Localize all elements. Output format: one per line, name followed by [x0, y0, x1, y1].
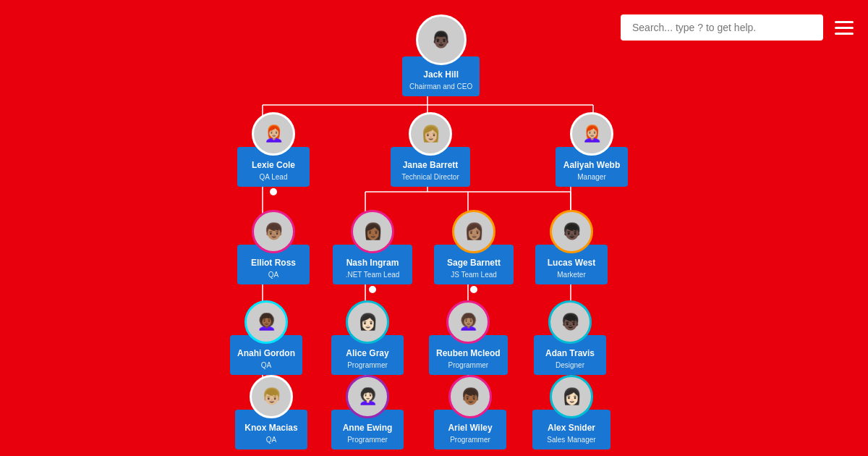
- org-chart: 👨🏿 Jack Hill Chairman and CEO 👩🏼‍🦰 Lexie…: [0, 0, 868, 456]
- avatar-ariel: 👦🏾: [448, 375, 492, 418]
- node-lucas[interactable]: 👦🏿 Lucas West Marketer: [535, 210, 608, 284]
- dot-sage: [470, 286, 477, 293]
- node-elliot[interactable]: 👦🏽 Elliot Ross QA: [237, 210, 310, 284]
- header: [621, 14, 854, 41]
- node-nash[interactable]: 👩🏾 Nash Ingram .NET Team Lead: [333, 210, 412, 293]
- avatar-aaliyah: 👩🏼‍🦰: [570, 112, 613, 156]
- avatar-knox: 👦🏼: [250, 375, 293, 418]
- avatar-nash: 👩🏾: [351, 210, 394, 253]
- node-alice[interactable]: 👩🏻 Alice Gray Programmer: [331, 300, 404, 375]
- dot-lexie: [270, 188, 277, 195]
- node-reuben[interactable]: 👩🏽‍🦱 Reuben Mcleod Programmer: [429, 300, 508, 375]
- avatar-sage: 👩🏽: [452, 210, 495, 253]
- node-anahi[interactable]: 👩🏾‍🦱 Anahi Gordon QA: [230, 300, 302, 375]
- node-knox[interactable]: 👦🏼 Knox Macias QA: [235, 375, 307, 449]
- avatar-adan: 👦🏿: [548, 300, 592, 344]
- node-sage[interactable]: 👩🏽 Sage Barnett JS Team Lead: [434, 210, 514, 293]
- avatar-anne: 👩🏻‍🦱: [346, 375, 389, 418]
- avatar-alex: 👩🏻: [550, 375, 593, 418]
- node-adan[interactable]: 👦🏿 Adan Travis Designer: [534, 300, 606, 375]
- node-aaliyah[interactable]: 👩🏼‍🦰 Aaliyah Webb Manager: [556, 112, 628, 187]
- avatar-alice: 👩🏻: [346, 300, 389, 344]
- avatar-lucas: 👦🏿: [550, 210, 593, 253]
- node-ceo[interactable]: 👨🏿 Jack Hill Chairman and CEO: [402, 14, 480, 96]
- menu-icon[interactable]: [835, 21, 854, 35]
- node-anne[interactable]: 👩🏻‍🦱 Anne Ewing Programmer: [331, 375, 404, 449]
- avatar-janae: 👩🏼: [409, 112, 452, 156]
- avatar-anahi: 👩🏾‍🦱: [244, 300, 288, 344]
- search-input[interactable]: [621, 14, 823, 41]
- avatar-lexie: 👩🏼‍🦰: [252, 112, 295, 156]
- node-janae[interactable]: 👩🏼 Janae Barrett Technical Director: [391, 112, 470, 187]
- dot-nash: [369, 286, 376, 293]
- node-lexie[interactable]: 👩🏼‍🦰 Lexie Cole QA Lead: [237, 112, 310, 195]
- avatar-reuben: 👩🏽‍🦱: [446, 300, 490, 344]
- node-alex[interactable]: 👩🏻 Alex Snider Sales Manager: [532, 375, 610, 449]
- avatar-ceo: 👨🏿: [416, 14, 467, 65]
- avatar-elliot: 👦🏽: [252, 210, 295, 253]
- node-ariel[interactable]: 👦🏾 Ariel Wiley Programmer: [434, 375, 506, 449]
